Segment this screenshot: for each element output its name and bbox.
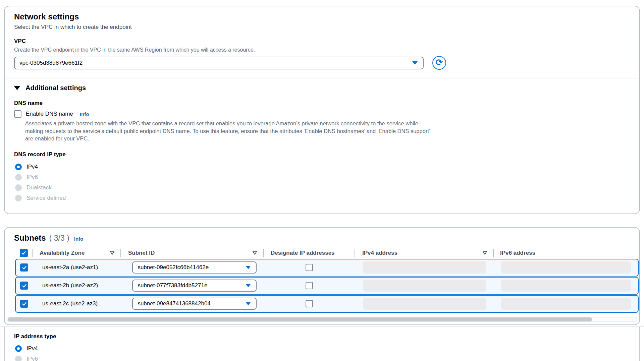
dns-name-label: DNS name [14, 99, 630, 107]
ipv6-address-cell [493, 278, 638, 294]
dns-record-ip-type-label: DNS record IP type [14, 151, 630, 159]
subnet-select-value: subnet-09e052fc66b41462e [138, 264, 209, 271]
header-ipv6-address: IPv6 address [493, 247, 639, 259]
subnet-select[interactable]: subnet-09e052fc66b41462e [132, 261, 257, 274]
chevron-down-icon [246, 284, 251, 287]
subnet-select-value: subnet-077f7383fd4b5271e [138, 282, 207, 289]
sort-icon[interactable] [110, 251, 115, 255]
ipv4-address-cell [355, 259, 493, 276]
ipv6-address-input [501, 280, 631, 292]
header-label: IPv6 address [493, 250, 535, 256]
subnets-info-link[interactable]: Info [74, 236, 84, 242]
scrollbar-thumb[interactable] [8, 317, 592, 321]
subnets-title: Subnets [14, 233, 46, 243]
header-label: IPv4 address [355, 250, 397, 256]
vpc-description: Create the VPC endpoint in the VPC in th… [14, 46, 630, 53]
radio-option-service-defined: Service defined [15, 193, 630, 203]
ip-address-type-label: IP address type [14, 333, 630, 341]
row-checkbox[interactable] [20, 300, 28, 308]
subnet-select-value: subnet-09e84741368842b04 [138, 300, 210, 307]
radio-label: Service defined [26, 195, 66, 201]
dns-record-ip-type-group: IPv4 IPv6 Dualstack Service defined [14, 162, 630, 203]
select-all-cell [15, 247, 32, 259]
ipv4-address-input [363, 298, 486, 310]
sort-icon[interactable] [482, 251, 487, 255]
page-title: Network settings [14, 12, 630, 22]
designate-ip-checkbox[interactable] [306, 282, 313, 289]
subnets-counter: ( 3/3 ) [49, 234, 69, 243]
subnet-id-cell: subnet-077f7383fd4b5271e [121, 278, 263, 294]
radio-selected-icon[interactable] [15, 164, 22, 170]
chevron-down-icon [412, 61, 418, 65]
check-icon [21, 283, 27, 289]
ipv4-address-cell [355, 278, 493, 294]
table-row: us-east-2a (use2-az1) subnet-09e052fc66b… [15, 259, 639, 277]
ip-address-type-panel: IP address type IPv4 IPv6 Dualstack [4, 327, 640, 361]
chevron-down-icon [246, 302, 251, 305]
vpc-row: vpc-0305d38d879e661f2 ⟳ [14, 56, 630, 70]
header-label: Availability Zone [32, 250, 85, 256]
radio-disabled-icon [15, 195, 22, 201]
radio-option-ipv4[interactable]: IPv4 [15, 344, 630, 354]
dns-info-link[interactable]: Info [80, 111, 89, 117]
row-checkbox[interactable] [20, 263, 28, 272]
vpc-select-value: vpc-0305d38d879e661f2 [19, 60, 83, 66]
network-settings-panel: Network settings Select the VPC in which… [4, 6, 640, 214]
radio-option-ipv6: IPv6 [15, 172, 630, 183]
ipv6-address-cell [493, 296, 638, 312]
availability-zone-cell: us-east-2a (use2-az1) [33, 259, 121, 276]
row-select-cell [16, 259, 33, 276]
row-checkbox[interactable] [20, 282, 28, 290]
designate-ip-checkbox[interactable] [306, 300, 313, 307]
radio-disabled-icon [15, 184, 22, 191]
additional-settings-title: Additional settings [25, 84, 86, 92]
vpc-select[interactable]: vpc-0305d38d879e661f2 [14, 57, 424, 69]
subnet-select[interactable]: subnet-09e84741368842b04 [132, 298, 257, 310]
header-subnet-id[interactable]: Subnet ID [121, 247, 263, 259]
table-row: us-east-2b (use2-az2) subnet-077f7383fd4… [15, 277, 639, 295]
ipv6-address-input [501, 261, 631, 274]
enable-dns-checkbox[interactable] [14, 110, 21, 118]
enable-dns-row: Enable DNS name Info [14, 110, 630, 118]
ipv6-address-input [501, 298, 631, 310]
dns-description: Associates a private hosted zone with th… [25, 120, 431, 142]
horizontal-scrollbar[interactable] [7, 317, 637, 322]
select-all-checkbox[interactable] [20, 249, 28, 257]
subnet-select[interactable]: subnet-077f7383fd4b5271e [132, 280, 257, 292]
check-icon [21, 265, 27, 270]
availability-zone-cell: us-east-2c (use2-az3) [33, 296, 121, 312]
radio-option-ipv4[interactable]: IPv4 [15, 162, 630, 172]
designate-ip-checkbox[interactable] [306, 264, 313, 271]
radio-option-dualstack: Dualstack [15, 183, 630, 193]
refresh-icon: ⟳ [436, 58, 443, 67]
radio-label: IPv6 [26, 174, 38, 181]
header-label: Designate IP addresses [263, 250, 335, 256]
row-select-cell [16, 296, 33, 312]
section-divider [5, 78, 639, 78]
availability-zone-cell: us-east-2b (use2-az2) [33, 278, 121, 294]
check-icon [21, 250, 26, 256]
designate-ip-cell [263, 259, 355, 276]
chevron-down-icon [246, 266, 251, 269]
ipv6-address-cell [493, 259, 638, 276]
radio-selected-icon[interactable] [15, 345, 22, 352]
radio-label: Dualstack [26, 184, 52, 191]
additional-settings-toggle[interactable]: Additional settings [14, 84, 630, 92]
header-designate-ip: Designate IP addresses [263, 247, 355, 259]
radio-option-ipv6: IPv6 [15, 354, 630, 361]
header-availability-zone[interactable]: Availability Zone [32, 247, 121, 259]
refresh-button[interactable]: ⟳ [432, 56, 446, 70]
table-row: us-east-2c (use2-az3) subnet-09e84741368… [15, 295, 639, 313]
check-icon [21, 301, 27, 307]
subnets-table: Availability Zone Subnet ID Designate IP… [15, 247, 639, 313]
sort-icon[interactable] [252, 251, 257, 255]
table-header-row: Availability Zone Subnet ID Designate IP… [15, 247, 639, 259]
radio-disabled-icon [15, 356, 22, 361]
radio-label: IPv4 [26, 345, 38, 352]
radio-disabled-icon [15, 174, 22, 181]
row-select-cell [16, 278, 33, 294]
subnet-id-cell: subnet-09e052fc66b41462e [121, 259, 263, 276]
header-ipv4-address[interactable]: IPv4 address [355, 247, 493, 259]
designate-ip-cell [263, 278, 355, 294]
ip-address-type-group: IPv4 IPv6 Dualstack [14, 344, 630, 361]
